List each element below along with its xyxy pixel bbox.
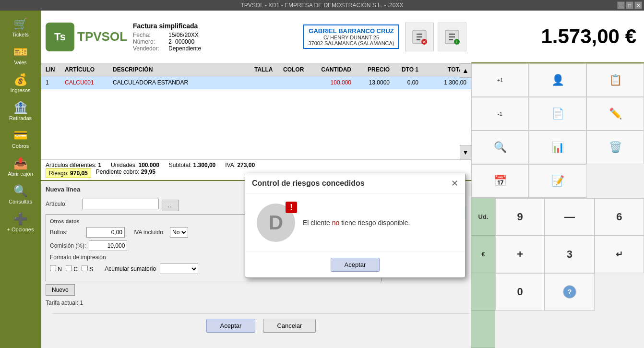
sidebar-item-vales[interactable]: 🎫 Vales (3, 42, 38, 68)
dialog-aceptar-btn[interactable]: Aceptar (331, 258, 380, 272)
dialog-msg-part1: El cliente (303, 219, 332, 227)
sidebar: 🛒 Tickets 🎫 Vales 💰 Ingresos 🏦 Retiradas… (0, 11, 41, 348)
check-s-label[interactable]: S (82, 265, 93, 273)
sidebar-item-cobros[interactable]: 💳 Cobros (3, 126, 38, 152)
minimize-btn[interactable]: — (617, 1, 625, 9)
dialog-text: El cliente no tiene riesgo disponible. (303, 219, 453, 227)
cell-lin: 1 (44, 78, 63, 87)
numpad-9[interactable]: 9 (495, 198, 545, 236)
retiradas-label: Retiradas (9, 115, 32, 121)
minus1-label: -1 (498, 111, 502, 117)
add-btn[interactable]: 📊 (529, 131, 586, 164)
sidebar-item-abrir-cajon[interactable]: 📤 Abrir cajón (3, 154, 38, 180)
acumular-select[interactable] (160, 264, 198, 274)
minus1-btn[interactable]: -1 (471, 97, 529, 131)
numero-label: Número: (133, 38, 167, 45)
maximize-btn[interactable]: □ (626, 1, 633, 9)
empty-label (471, 273, 495, 311)
numpad-area: Ud. € 9 — 6 + 3 ↵ 0 ? (471, 198, 644, 348)
dialog-footer: Aceptar (245, 252, 465, 277)
logo-text: TPVSOL (77, 29, 127, 44)
ingresos-icon: 💰 (13, 73, 28, 86)
close-btn[interactable]: ✕ (634, 1, 642, 9)
numpad-plus[interactable]: + (495, 236, 545, 273)
invoice-action-btn-1[interactable]: ✕ (405, 23, 434, 51)
search-btn[interactable]: 🔍 (471, 131, 529, 164)
total-display: 1.573,00 € (471, 11, 644, 63)
copy-icon: 📄 (551, 108, 564, 120)
acumular-label: Acumular sumatorio (105, 265, 156, 272)
numpad-minus[interactable]: — (545, 198, 594, 236)
client-name: GABRIEL BARRANCO CRUZ (308, 27, 394, 35)
ingresos-label: Ingresos (10, 87, 30, 93)
cancelar-btn[interactable]: Cancelar (263, 319, 316, 333)
sidebar-item-tickets[interactable]: 🛒 Tickets (3, 14, 38, 40)
numpad-help[interactable]: ? (545, 273, 594, 311)
title-text: TPVSOL - XD1 - EMPRESA DE DEMOSTRACIÓN S… (241, 2, 404, 9)
subtotal-label: Subtotal: 1.300,00 (169, 162, 215, 168)
invoice-btn[interactable]: 📋 (586, 63, 644, 97)
eur-label: € (471, 236, 495, 273)
check-s[interactable] (82, 265, 88, 271)
cell-dto1: 0,00 (392, 78, 420, 87)
numpad-6[interactable]: 6 (595, 198, 644, 236)
cell-color (281, 78, 310, 87)
copy-lines-btn[interactable]: 📄 (529, 97, 586, 131)
table-row[interactable]: 1 CALCU001 CALCULADORA ESTANDAR 100,000 … (41, 76, 471, 89)
numpad-enter[interactable]: ↵ (595, 236, 644, 273)
logo-area: Ts TPVSOL (46, 23, 127, 51)
help-icon[interactable]: ? (563, 285, 576, 299)
scroll-down-btn[interactable]: ▼ (460, 145, 471, 159)
search-icon: 🔍 (494, 141, 507, 154)
check-c[interactable] (66, 265, 72, 271)
delete-btn[interactable]: 🗑️ (586, 131, 644, 164)
nuevo-btn[interactable]: Nuevo (46, 284, 75, 296)
articulo-label: Artículo: (46, 201, 79, 207)
col-lin: LIN (44, 65, 63, 74)
bultos-label: Bultos: (50, 229, 83, 236)
bultos-input[interactable] (86, 227, 125, 238)
col-talla: TALLA (252, 65, 281, 74)
calendar-btn[interactable]: 📅 (471, 164, 529, 198)
vales-label: Vales (14, 60, 27, 65)
opciones-icon: ➕ (13, 212, 28, 226)
client-box[interactable]: GABRIEL BARRANCO CRUZ C/ HENRY DUNANT 25… (303, 24, 399, 49)
svg-text:✕: ✕ (422, 39, 426, 45)
iva-incluido-label: IVA incluido: (133, 229, 167, 236)
window-controls[interactable]: — □ ✕ (617, 1, 642, 9)
invoice-type: Factura simplificada (133, 22, 298, 30)
client-icon: 👤 (551, 74, 564, 86)
check-c-label[interactable]: C (66, 265, 78, 273)
comision-input[interactable] (89, 240, 127, 251)
articulo-input[interactable] (82, 199, 159, 209)
invoice-action-btn-2[interactable]: + (438, 23, 466, 51)
cell-precio: 13,0000 (353, 78, 392, 87)
sidebar-item-retiradas[interactable]: 🏦 Retiradas (3, 98, 38, 124)
tarifa-val: 1 (80, 300, 83, 306)
iva-incluido-select[interactable]: No Sí (170, 227, 188, 238)
plus1-btn[interactable]: +1 (471, 63, 529, 97)
aceptar-btn[interactable]: Aceptar (206, 319, 256, 333)
numpad-3[interactable]: 3 (545, 236, 594, 273)
check-n-label[interactable]: N (50, 265, 62, 273)
col-cantidad: CANTIDAD (310, 65, 353, 74)
sidebar-item-consultas[interactable]: 🔍 Consultas (3, 181, 38, 207)
doc-btn[interactable]: 📝 (529, 164, 586, 198)
scroll-up-btn[interactable]: ▲ (460, 63, 471, 78)
retiradas-icon: 🏦 (13, 101, 28, 114)
numpad-0[interactable]: 0 (495, 273, 545, 311)
client-addr1: C/ HENRY DUNANT 25 (308, 35, 394, 40)
dialog-title-bar: Control de riesgos concedidos ✕ (245, 173, 465, 194)
dialog-close-btn[interactable]: ✕ (451, 178, 458, 189)
edit-btn[interactable]: ✏️ (586, 97, 644, 131)
sidebar-item-ingresos[interactable]: 💰 Ingresos (3, 70, 38, 96)
check-n[interactable] (50, 265, 56, 271)
vales-icon: 🎫 (13, 45, 28, 59)
plus1-label: +1 (497, 77, 503, 83)
search-articulo-btn[interactable]: ... (162, 200, 179, 211)
sidebar-item-opciones[interactable]: ➕ + Opciones (3, 209, 38, 235)
dialog-risk-title: Control de riesgos concedidos (252, 179, 365, 188)
edit-icon: ✏️ (609, 108, 622, 120)
client-btn[interactable]: 👤 (529, 63, 586, 97)
invoice-actions: ✕ + (405, 23, 466, 51)
